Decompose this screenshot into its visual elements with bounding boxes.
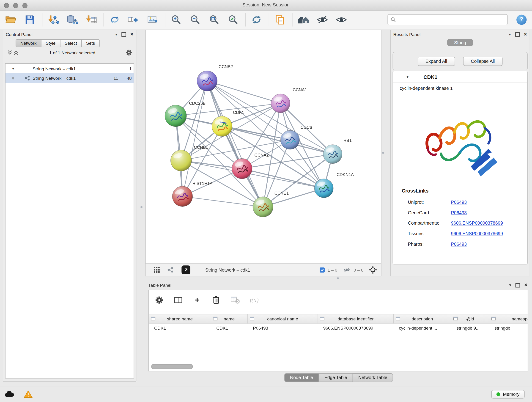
crosslink-link[interactable]: 9606.ENSP00000378699: [451, 221, 503, 226]
network-options-gear-icon[interactable]: [126, 50, 132, 56]
column-header-id[interactable]: @id: [451, 314, 489, 323]
node-label: RB1: [343, 138, 352, 143]
new-network-button[interactable]: [107, 12, 122, 27]
network-collection-row[interactable]: ▾ String Network – cdk1 1: [6, 64, 134, 73]
splitter-handle[interactable]: [140, 206, 143, 208]
delete-column-button[interactable]: [212, 296, 221, 305]
expand-all-button[interactable]: Expand All: [418, 57, 455, 66]
copy-button[interactable]: [272, 12, 287, 27]
column-header-canonical-name[interactable]: canonical name: [247, 314, 318, 323]
cell-name[interactable]: CDK1: [211, 323, 247, 332]
import-network-file-button[interactable]: [46, 12, 61, 27]
open-session-button[interactable]: [3, 12, 18, 27]
close-panel-icon[interactable]: ×: [524, 282, 527, 288]
network-row[interactable]: String Network – cdk1 11 48: [6, 73, 134, 83]
import-table-button[interactable]: [84, 12, 99, 27]
network-node-CCNE1[interactable]: CCNE1: [253, 191, 289, 217]
help-button[interactable]: ?: [516, 15, 526, 25]
table-row[interactable]: CDK1 CDK1 P06493 9606.ENSP00000378699 cy…: [149, 323, 528, 332]
network-node-CDKN1A[interactable]: CDKN1A: [314, 172, 354, 198]
close-panel-icon[interactable]: ×: [130, 32, 133, 37]
grid-view-icon[interactable]: [154, 267, 160, 273]
save-session-button[interactable]: [22, 12, 37, 27]
cell-canonical-name[interactable]: P06493: [247, 323, 318, 332]
zoom-in-button[interactable]: [169, 12, 184, 27]
column-header-database-identifier[interactable]: database identifier: [318, 314, 393, 323]
minimize-panel-icon[interactable]: ▾: [509, 283, 511, 287]
show-columns-button[interactable]: [174, 296, 183, 305]
cell-id[interactable]: stringdb:9...: [451, 323, 489, 332]
network-node-CCNB1[interactable]: CCNB1: [171, 145, 208, 171]
collapse-section-icon[interactable]: ▾: [406, 74, 409, 79]
search-input[interactable]: [398, 17, 505, 22]
crosslink-link[interactable]: P06493: [451, 200, 467, 205]
table-settings-button[interactable]: [155, 296, 164, 305]
float-panel-icon[interactable]: [121, 32, 126, 36]
network-edge[interactable]: [207, 81, 263, 207]
network-overview-icon[interactable]: [167, 267, 173, 273]
network-edge[interactable]: [182, 81, 207, 196]
tab-network[interactable]: Network: [16, 39, 41, 47]
tab-select[interactable]: Select: [60, 39, 82, 47]
zoom-out-button[interactable]: [188, 12, 203, 27]
column-header-shared-name[interactable]: shared name: [149, 314, 211, 323]
network-node-HIST1H1A[interactable]: HIST1H1A: [172, 181, 213, 207]
cell-namespace[interactable]: stringdb: [489, 323, 528, 332]
network-sync-icon: [109, 15, 120, 25]
tab-node-table[interactable]: Node Table: [284, 373, 319, 382]
close-panel-icon[interactable]: ×: [524, 32, 527, 37]
network-canvas[interactable]: CCNB2CCNA1CDC25BCDK1CDC6RB1CCNB1CCNA2CDK…: [146, 30, 380, 263]
crosslink-link[interactable]: 9606.ENSP00000378699: [451, 231, 503, 236]
selected-nodes-checkbox[interactable]: [320, 267, 325, 272]
apply-layout-button[interactable]: [249, 12, 264, 27]
network-edge[interactable]: [182, 196, 263, 207]
network-node-RB1[interactable]: RB1: [323, 138, 352, 164]
network-edge[interactable]: [242, 169, 324, 188]
expand-collapse-all-icon[interactable]: [7, 50, 19, 55]
horizontal-scrollbar-thumb[interactable]: [152, 364, 193, 369]
warnings-button[interactable]: [24, 390, 33, 398]
delete-table-button-disabled[interactable]: [231, 296, 240, 305]
column-header-description[interactable]: description: [393, 314, 451, 323]
tree-expander-icon[interactable]: ▾: [12, 66, 16, 71]
network-node-CDK1[interactable]: CDK1: [212, 110, 244, 137]
export-image-button[interactable]: [145, 12, 160, 27]
cloud-status-button[interactable]: [4, 390, 15, 398]
crosslink-link[interactable]: P06493: [451, 210, 467, 215]
import-network-database-button[interactable]: [65, 12, 80, 27]
birdseye-view-button[interactable]: [181, 265, 190, 274]
search-box[interactable]: [387, 14, 507, 25]
network-node-CCNA1[interactable]: CCNA1: [271, 87, 307, 113]
zoom-fit-button[interactable]: [207, 12, 222, 27]
tab-edge-table[interactable]: Edge Table: [318, 373, 353, 382]
network-edge[interactable]: [207, 81, 280, 103]
function-builder-button-disabled[interactable]: f(x): [250, 296, 259, 305]
column-header-namespace[interactable]: namespace: [489, 314, 528, 323]
memory-button[interactable]: Memory: [491, 390, 525, 398]
pan-tool-icon[interactable]: [369, 266, 377, 274]
cell-shared-name[interactable]: CDK1: [149, 323, 211, 332]
zoom-selected-button[interactable]: [226, 12, 241, 27]
minimize-panel-icon[interactable]: ▾: [115, 32, 117, 36]
add-column-button[interactable]: +: [193, 296, 202, 305]
hide-selected-button[interactable]: [315, 12, 330, 27]
show-all-button[interactable]: [334, 12, 349, 27]
crosslink-link[interactable]: P06493: [451, 242, 467, 247]
cell-description[interactable]: cyclin-dependent ...: [393, 323, 451, 332]
first-neighbors-button[interactable]: [296, 12, 311, 27]
splitter-handle[interactable]: [337, 277, 339, 279]
float-panel-icon[interactable]: [515, 32, 520, 36]
tab-style[interactable]: Style: [41, 39, 60, 47]
splitter-handle[interactable]: [382, 152, 384, 154]
column-header-name[interactable]: name: [211, 314, 247, 323]
minimize-panel-icon[interactable]: ▾: [509, 32, 511, 36]
collapse-all-button[interactable]: Collapse All: [463, 57, 503, 66]
float-panel-icon[interactable]: [515, 283, 520, 287]
tab-string[interactable]: String: [447, 39, 473, 46]
network-from-table-button[interactable]: [126, 12, 141, 27]
cell-database-identifier[interactable]: 9606.ENSP00000378699: [318, 323, 393, 332]
gene-header[interactable]: ▾ CDK1: [393, 71, 527, 83]
control-panel-header: Control Panel ▾ ×: [3, 30, 136, 38]
tab-network-table[interactable]: Network Table: [353, 373, 393, 382]
tab-sets[interactable]: Sets: [81, 39, 100, 47]
